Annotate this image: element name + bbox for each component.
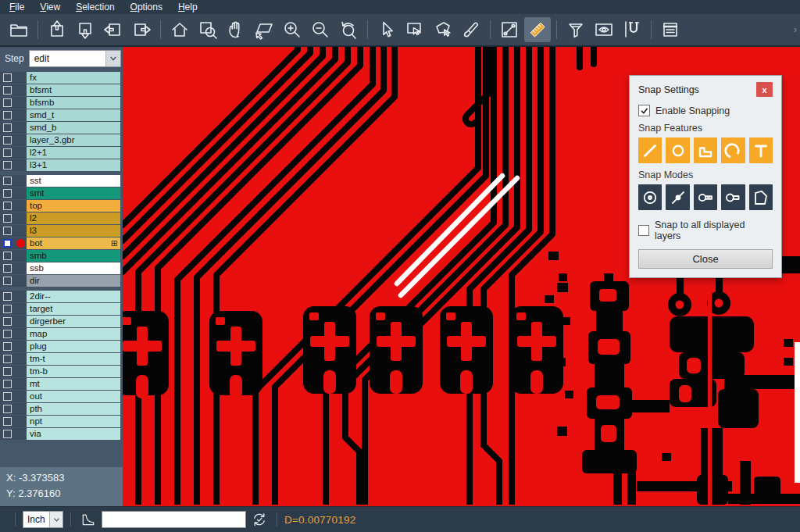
toolbar-button-select-poly[interactable] xyxy=(430,17,456,42)
layer-row-layer_3.gbr[interactable]: layer_3.gbr xyxy=(0,134,123,146)
layer-name[interactable]: smd_t xyxy=(27,109,120,121)
layer-row-pth[interactable]: pth xyxy=(0,403,123,415)
layer-row-map[interactable]: map xyxy=(0,328,123,340)
layer-checkbox[interactable] xyxy=(3,86,12,95)
layer-checkbox[interactable] xyxy=(3,305,12,313)
toolbar-button-zoom-region[interactable] xyxy=(195,17,221,42)
toolbar-button-frame-up[interactable] xyxy=(44,17,70,42)
snap-line-button[interactable] xyxy=(638,137,662,163)
pcb-canvas[interactable]: Snap Settings x Enable Snapping Snap Fea… xyxy=(123,47,800,506)
layer-name[interactable]: npt xyxy=(27,416,120,427)
dialog-close-icon[interactable]: x xyxy=(756,82,773,97)
layer-name[interactable]: ssb xyxy=(27,262,120,274)
layer-name[interactable]: bfsmt xyxy=(27,84,120,96)
toolbar-button-magnet[interactable] xyxy=(619,17,645,42)
toolbar-button-frame-right[interactable] xyxy=(128,17,155,42)
layer-checkbox[interactable] xyxy=(3,252,12,260)
layer-checkbox[interactable] xyxy=(3,342,12,351)
layer-checkbox[interactable] xyxy=(3,202,12,210)
layer-checkbox[interactable] xyxy=(3,405,12,413)
step-select-button[interactable] xyxy=(105,51,120,66)
layer-row-l2[interactable]: l2 xyxy=(0,212,123,224)
layer-name[interactable]: l3+1 xyxy=(27,159,120,171)
layer-checkbox[interactable] xyxy=(3,430,12,438)
sync-check-icon[interactable] xyxy=(251,511,268,528)
layer-name[interactable]: bfsmb xyxy=(27,97,120,109)
layer-name[interactable]: smb xyxy=(27,250,120,262)
layer-name[interactable]: layer_3.gbr xyxy=(27,134,120,146)
toolbar-button-frame-down[interactable] xyxy=(72,17,98,42)
layer-checkbox[interactable] xyxy=(3,136,12,145)
toolbar-button-zoom-out[interactable] xyxy=(307,17,334,42)
snap-center-button[interactable] xyxy=(638,184,662,210)
toolbar-button-view-box[interactable] xyxy=(591,17,617,42)
layer-name[interactable]: tm-t xyxy=(27,353,120,365)
layer-row-fx[interactable]: fx xyxy=(0,72,123,84)
snap-text-button[interactable] xyxy=(749,137,773,163)
toolbar-button-brush[interactable] xyxy=(458,17,484,42)
layer-name[interactable]: via xyxy=(27,428,120,440)
toolbar-overflow-chevron[interactable]: › xyxy=(794,24,797,35)
layer-name[interactable]: out xyxy=(27,391,120,402)
menu-selection[interactable]: Selection xyxy=(68,0,122,14)
layer-name[interactable]: smd_b xyxy=(27,122,120,134)
layer-row-l3[interactable]: l3 xyxy=(0,225,123,237)
layer-checkbox[interactable] xyxy=(3,73,12,82)
snap-all-layers-checkbox[interactable] xyxy=(638,225,649,236)
layer-checkbox[interactable] xyxy=(3,161,12,170)
toolbar-button-zoom-in[interactable] xyxy=(279,17,305,42)
layer-name[interactable]: l3 xyxy=(27,225,120,237)
layer-checkbox[interactable] xyxy=(3,264,12,273)
close-button[interactable]: Close xyxy=(638,249,773,269)
layer-checkbox[interactable] xyxy=(3,292,12,301)
layer-name[interactable]: top xyxy=(27,200,120,212)
layer-row-ssb[interactable]: ssb xyxy=(0,262,123,274)
layer-name[interactable]: l2+1 xyxy=(27,147,120,159)
units-select-button[interactable] xyxy=(49,512,62,527)
layer-row-bfsmb[interactable]: bfsmb xyxy=(0,97,123,109)
layer-row-l2+1[interactable]: l2+1 xyxy=(0,147,123,159)
snap-corner-button[interactable] xyxy=(749,184,773,210)
layer-checkbox[interactable] xyxy=(3,330,12,338)
menu-help[interactable]: Help xyxy=(170,0,205,14)
layer-name[interactable]: target xyxy=(27,303,120,315)
snap-key-button[interactable] xyxy=(694,184,717,210)
toolbar-button-frame-left[interactable] xyxy=(100,17,127,42)
layer-row-tm-t[interactable]: tm-t xyxy=(0,353,123,365)
layer-checkbox[interactable] xyxy=(3,239,12,248)
layer-row-smd_t[interactable]: smd_t xyxy=(0,109,123,121)
layer-checkbox[interactable] xyxy=(3,277,12,285)
enable-snapping-checkbox[interactable] xyxy=(638,105,650,116)
menu-options[interactable]: Options xyxy=(123,0,170,14)
toolbar-button-folder-open[interactable] xyxy=(5,17,32,42)
layer-name[interactable]: pth xyxy=(27,403,120,415)
layer-name[interactable]: smt xyxy=(27,187,120,199)
layer-name[interactable]: plug xyxy=(27,341,120,352)
toolbar-button-pan-hand[interactable] xyxy=(223,17,249,42)
layer-row-sst[interactable]: sst xyxy=(0,175,123,187)
layer-row-smd_b[interactable]: smd_b xyxy=(0,122,123,134)
snap-pad-button[interactable] xyxy=(666,137,689,163)
toolbar-button-transform[interactable] xyxy=(251,17,277,42)
layer-checkbox[interactable] xyxy=(3,98,12,107)
layer-name[interactable]: map xyxy=(27,328,120,340)
layer-row-mt[interactable]: mt xyxy=(0,378,123,390)
layer-row-2dir--[interactable]: 2dir-- xyxy=(0,291,123,302)
angle-tool-icon[interactable] xyxy=(80,511,97,528)
layer-name[interactable]: dirgerber xyxy=(27,316,120,327)
menu-file[interactable]: File xyxy=(2,0,32,14)
layer-name[interactable]: l2 xyxy=(27,212,120,224)
layer-row-tm-b[interactable]: tm-b xyxy=(0,366,123,377)
layer-checkbox[interactable] xyxy=(3,355,12,363)
layer-name[interactable]: 2dir-- xyxy=(27,291,120,302)
layer-row-bfsmt[interactable]: bfsmt xyxy=(0,84,123,96)
layer-row-smb[interactable]: smb xyxy=(0,250,123,262)
snap-midpoint-button[interactable] xyxy=(666,184,689,210)
layer-checkbox[interactable] xyxy=(3,380,12,388)
layer-name[interactable]: dir xyxy=(27,275,120,287)
layer-row-target[interactable]: target xyxy=(0,303,123,315)
layer-row-top[interactable]: top xyxy=(0,200,123,212)
toolbar-button-ruler[interactable] xyxy=(524,17,551,42)
units-select[interactable]: Inch xyxy=(23,511,63,528)
layer-row-via[interactable]: via xyxy=(0,428,123,440)
